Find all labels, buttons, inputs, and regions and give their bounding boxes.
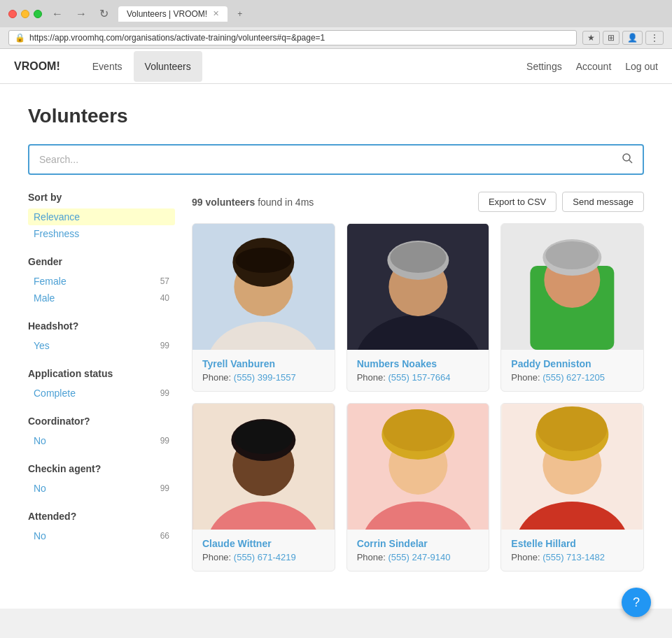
headshot-section: Headshot? Yes 99 xyxy=(28,320,175,354)
phone-number: (555) 247-9140 xyxy=(388,552,450,562)
results-time: found in 4ms xyxy=(258,197,314,208)
svg-point-6 xyxy=(235,248,291,273)
volunteer-card[interactable]: Tyrell Vanburen Phone: (555) 399-1557 xyxy=(192,223,335,392)
filter-checkin-no-label: No xyxy=(34,483,46,494)
svg-point-0 xyxy=(623,154,630,161)
svg-point-11 xyxy=(390,242,446,273)
results-info: 99 volunteers found in 4ms xyxy=(192,197,314,208)
svg-line-1 xyxy=(629,160,632,163)
volunteer-card[interactable]: Paddy Denniston Phone: (555) 627-1205 xyxy=(500,223,644,392)
security-icon: 🔒 xyxy=(15,33,25,43)
volunteer-phone: Phone: (555) 671-4219 xyxy=(202,552,325,562)
settings-btn[interactable]: ⋮ xyxy=(645,31,664,45)
nav-account[interactable]: Account xyxy=(576,61,612,72)
main-area: 99 volunteers found in 4ms Export to CSV… xyxy=(192,192,644,572)
volunteer-info: Tyrell Vanburen Phone: (555) 399-1557 xyxy=(192,350,335,391)
bookmark-btn[interactable]: ★ xyxy=(582,31,600,45)
results-bar: 99 volunteers found in 4ms Export to CSV… xyxy=(192,192,644,212)
volunteer-name: Tyrell Vanburen xyxy=(202,358,325,369)
volunteer-phone: Phone: (555) 399-1557 xyxy=(202,372,325,383)
search-input[interactable] xyxy=(29,147,612,172)
sort-relevance-label: Relevance xyxy=(34,211,80,222)
close-window-btn[interactable] xyxy=(8,10,17,18)
filter-female-count: 57 xyxy=(160,276,169,286)
filter-headshot-yes-count: 99 xyxy=(160,341,169,350)
filter-female-label: Female xyxy=(34,276,66,287)
nav-volunteers[interactable]: Volunteers xyxy=(134,51,202,82)
export-csv-button[interactable]: Export to CSV xyxy=(478,192,556,212)
help-icon: ? xyxy=(633,595,640,609)
browser-nav: ← → ↻ xyxy=(48,6,113,22)
window-controls xyxy=(8,10,42,18)
volunteer-card[interactable]: Corrin Sindelar Phone: (555) 247-9140 xyxy=(346,403,490,572)
refresh-button[interactable]: ↻ xyxy=(95,6,113,22)
maximize-window-btn[interactable] xyxy=(34,10,42,18)
volunteer-info: Estelle Hillard Phone: (555) 713-1482 xyxy=(501,530,643,571)
send-message-button[interactable]: Send message xyxy=(562,192,644,212)
forward-button[interactable]: → xyxy=(71,6,91,22)
volunteer-card[interactable]: Numbers Noakes Phone: (555) 157-7664 xyxy=(346,223,490,392)
sort-by-title: Sort by xyxy=(28,192,175,203)
browser-titlebar: ← → ↻ Volunteers | VROOM! ✕ + xyxy=(0,0,672,27)
tab-close-icon[interactable]: ✕ xyxy=(213,9,219,18)
nav-logout[interactable]: Log out xyxy=(625,61,658,72)
volunteer-name: Corrin Sindelar xyxy=(357,538,479,549)
volunteer-info: Corrin Sindelar Phone: (555) 247-9140 xyxy=(347,530,489,571)
phone-label: Phone: xyxy=(202,552,231,562)
results-count: 99 volunteers xyxy=(192,197,255,208)
minimize-window-btn[interactable] xyxy=(21,10,29,18)
svg-point-26 xyxy=(383,409,453,451)
filter-attended-no[interactable]: No 66 xyxy=(28,527,175,544)
phone-number: (555) 713-1482 xyxy=(542,552,605,562)
profile-btn[interactable]: 👤 xyxy=(622,31,643,45)
volunteer-card[interactable]: Estelle Hillard Phone: (555) 713-1482 xyxy=(500,403,644,572)
volunteer-phone: Phone: (555) 157-7664 xyxy=(357,372,479,383)
sort-relevance[interactable]: Relevance xyxy=(28,208,175,225)
volunteer-photo xyxy=(192,404,335,530)
phone-number: (555) 671-4219 xyxy=(234,552,296,562)
filter-checkin-no-count: 99 xyxy=(160,483,169,493)
filter-complete-label: Complete xyxy=(34,388,76,399)
back-button[interactable]: ← xyxy=(48,6,67,22)
app-nav: VROOM! Events Volunteers Settings Accoun… xyxy=(0,49,672,84)
volunteer-name: Paddy Denniston xyxy=(511,358,634,369)
filter-male[interactable]: Male 40 xyxy=(28,290,175,306)
phone-number: (555) 399-1557 xyxy=(234,372,296,383)
coordinator-title: Coordinator? xyxy=(28,416,175,427)
app-status-section: Application status Complete 99 xyxy=(28,368,175,402)
phone-number: (555) 157-7664 xyxy=(388,372,450,383)
nav-settings[interactable]: Settings xyxy=(526,61,562,72)
sort-freshness-label: Freshness xyxy=(34,228,79,239)
filter-male-label: Male xyxy=(34,292,55,304)
extensions-btn[interactable]: ⊞ xyxy=(603,31,620,45)
volunteer-phone: Phone: (555) 627-1205 xyxy=(511,372,634,383)
filter-female[interactable]: Female 57 xyxy=(28,273,175,290)
volunteer-info: Claude Wittner Phone: (555) 671-4219 xyxy=(192,530,335,571)
browser-toolbar: ★ ⊞ 👤 ⋮ xyxy=(582,31,664,45)
filter-headshot-yes[interactable]: Yes 99 xyxy=(28,337,175,354)
browser-chrome: ← → ↻ Volunteers | VROOM! ✕ + 🔒 https://… xyxy=(0,0,672,49)
new-tab-button[interactable]: + xyxy=(233,8,246,20)
search-button[interactable] xyxy=(612,146,643,173)
filter-checkin-no[interactable]: No 99 xyxy=(28,480,175,497)
volunteer-card[interactable]: Claude Wittner Phone: (555) 671-4219 xyxy=(192,403,335,572)
gender-section: Gender Female 57 Male 40 xyxy=(28,256,175,306)
tab-title: Volunteers | VROOM! xyxy=(127,9,207,19)
volunteer-name: Estelle Hillard xyxy=(511,538,634,549)
filter-coordinator-no[interactable]: No 99 xyxy=(28,432,175,449)
gender-title: Gender xyxy=(28,256,175,267)
nav-events[interactable]: Events xyxy=(81,51,134,82)
app-wrapper: VROOM! Events Volunteers Settings Accoun… xyxy=(0,49,672,609)
browser-tab[interactable]: Volunteers | VROOM! ✕ xyxy=(118,6,227,22)
sort-freshness[interactable]: Freshness xyxy=(28,225,175,242)
volunteer-info: Paddy Denniston Phone: (555) 627-1205 xyxy=(501,350,643,391)
volunteer-name: Claude Wittner xyxy=(202,538,325,549)
attended-title: Attended? xyxy=(28,511,175,522)
svg-point-21 xyxy=(234,420,293,454)
coordinator-section: Coordinator? No 99 xyxy=(28,416,175,449)
volunteer-photo xyxy=(501,404,643,530)
filter-complete[interactable]: Complete 99 xyxy=(28,385,175,402)
volunteer-info: Numbers Noakes Phone: (555) 157-7664 xyxy=(347,350,489,391)
svg-point-16 xyxy=(546,241,599,269)
volunteer-photo xyxy=(347,224,489,350)
